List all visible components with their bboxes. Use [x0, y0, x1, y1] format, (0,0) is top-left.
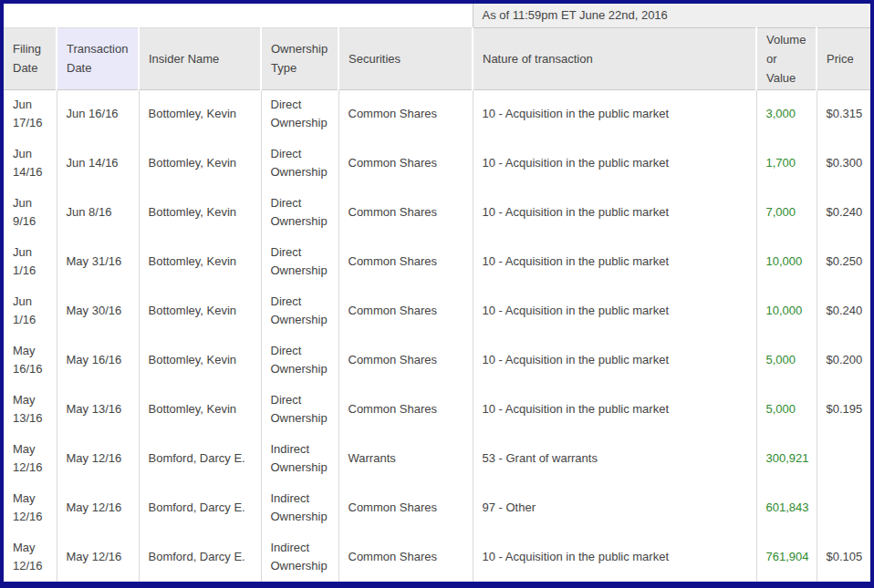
cell-filing-date: May 12/16 [4, 483, 57, 532]
table-row: Jun 17/16Jun 16/16Bottomley, KevinDirect… [4, 89, 870, 139]
cell-price: $0.200 [817, 335, 870, 385]
top-bar-spacer [4, 4, 473, 27]
cell-nature: 10 - Acquisition in the public market [473, 385, 756, 434]
cell-volume: 10,000 [756, 286, 817, 335]
cell-filing-date: May 16/16 [4, 335, 57, 385]
cell-nature: 10 - Acquisition in the public market [473, 532, 756, 582]
cell-nature: 97 - Other [473, 483, 756, 532]
cell-transaction-date: May 12/16 [57, 483, 139, 532]
cell-securities: Common Shares [338, 89, 473, 139]
cell-ownership-type: Direct Ownership [261, 89, 338, 139]
insider-transactions-table: As of 11:59pm ET June 22nd, 2016 Filing … [4, 4, 870, 582]
column-header-price[interactable]: Price [817, 27, 870, 89]
cell-filing-date: Jun 1/16 [4, 237, 57, 286]
table-row: May 12/16May 12/16Bomford, Darcy E.Indir… [4, 483, 870, 532]
cell-insider-name: Bomford, Darcy E. [139, 532, 261, 582]
cell-securities: Common Shares [338, 385, 473, 434]
table-row: Jun 14/16Jun 14/16Bottomley, KevinDirect… [4, 139, 870, 188]
column-header-insider-name[interactable]: Insider Name [139, 27, 261, 89]
cell-securities: Warrants [338, 434, 473, 483]
cell-transaction-date: May 12/16 [57, 434, 139, 483]
as-of-timestamp: As of 11:59pm ET June 22nd, 2016 [473, 4, 870, 27]
cell-securities: Common Shares [338, 483, 473, 532]
cell-price [817, 483, 870, 532]
table-row: May 13/16May 13/16Bottomley, KevinDirect… [4, 385, 870, 434]
cell-nature: 10 - Acquisition in the public market [473, 237, 756, 286]
cell-price: $0.315 [817, 89, 870, 139]
cell-filing-date: Jun 14/16 [4, 139, 57, 188]
cell-securities: Common Shares [338, 139, 473, 188]
table-row: Jun 1/16May 30/16Bottomley, KevinDirect … [4, 286, 870, 335]
cell-volume: 300,921 [756, 434, 817, 483]
cell-insider-name: Bottomley, Kevin [139, 335, 261, 385]
cell-price: $0.105 [817, 532, 870, 582]
cell-insider-name: Bottomley, Kevin [139, 139, 261, 188]
cell-filing-date: Jun 1/16 [4, 286, 57, 335]
cell-volume: 1,700 [756, 139, 817, 188]
column-header-volume[interactable]: Volume or Value [756, 27, 817, 89]
cell-insider-name: Bomford, Darcy E. [139, 434, 261, 483]
cell-filing-date: May 13/16 [4, 385, 57, 434]
cell-insider-name: Bottomley, Kevin [139, 385, 261, 434]
cell-nature: 10 - Acquisition in the public market [473, 89, 756, 139]
cell-ownership-type: Direct Ownership [261, 237, 338, 286]
cell-nature: 10 - Acquisition in the public market [473, 188, 756, 237]
cell-volume: 10,000 [756, 237, 817, 286]
cell-transaction-date: May 13/16 [57, 385, 139, 434]
cell-volume: 7,000 [756, 188, 817, 237]
cell-insider-name: Bomford, Darcy E. [139, 483, 261, 532]
cell-insider-name: Bottomley, Kevin [139, 188, 261, 237]
cell-transaction-date: May 16/16 [57, 335, 139, 385]
cell-transaction-date: Jun 8/16 [57, 188, 139, 237]
column-header-ownership-type[interactable]: Ownership Type [261, 27, 338, 89]
cell-securities: Common Shares [338, 237, 473, 286]
column-header-securities[interactable]: Securities [338, 27, 473, 89]
cell-nature: 53 - Grant of warrants [473, 434, 756, 483]
cell-price: $0.250 [817, 237, 870, 286]
cell-nature: 10 - Acquisition in the public market [473, 286, 756, 335]
cell-securities: Common Shares [338, 335, 473, 385]
cell-volume: 5,000 [756, 385, 817, 434]
cell-price: $0.240 [817, 188, 870, 237]
cell-volume: 3,000 [756, 89, 817, 139]
cell-nature: 10 - Acquisition in the public market [473, 335, 756, 385]
cell-ownership-type: Direct Ownership [261, 335, 338, 385]
cell-filing-date: May 12/16 [4, 532, 57, 582]
cell-ownership-type: Direct Ownership [261, 286, 338, 335]
cell-price [817, 434, 870, 483]
column-header-nature[interactable]: Nature of transaction [473, 27, 756, 89]
column-header-transaction-date[interactable]: Transaction Date [57, 27, 139, 89]
cell-ownership-type: Direct Ownership [261, 139, 338, 188]
cell-securities: Common Shares [338, 188, 473, 237]
cell-volume: 761,904 [756, 532, 817, 582]
cell-filing-date: Jun 17/16 [4, 89, 57, 139]
cell-filing-date: Jun 9/16 [4, 188, 57, 237]
table-row: Jun 9/16Jun 8/16Bottomley, KevinDirect O… [4, 188, 870, 237]
cell-securities: Common Shares [338, 532, 473, 582]
table-row: May 16/16May 16/16Bottomley, KevinDirect… [4, 335, 870, 385]
table-row: May 12/16May 12/16Bomford, Darcy E.Indir… [4, 532, 870, 582]
cell-volume: 601,843 [756, 483, 817, 532]
cell-transaction-date: Jun 14/16 [57, 139, 139, 188]
table-row: May 12/16May 12/16Bomford, Darcy E.Indir… [4, 434, 870, 483]
cell-ownership-type: Indirect Ownership [261, 483, 338, 532]
table-header-row: Filing Date Transaction Date Insider Nam… [4, 27, 870, 89]
cell-ownership-type: Indirect Ownership [261, 434, 338, 483]
cell-transaction-date: May 30/16 [57, 286, 139, 335]
cell-transaction-date: May 12/16 [57, 532, 139, 582]
cell-price: $0.300 [817, 139, 870, 188]
top-bar: As of 11:59pm ET June 22nd, 2016 [4, 4, 870, 27]
cell-price: $0.195 [817, 385, 870, 434]
column-header-filing-date[interactable]: Filing Date [4, 27, 57, 89]
cell-insider-name: Bottomley, Kevin [139, 237, 261, 286]
insider-transactions-panel: As of 11:59pm ET June 22nd, 2016 Filing … [0, 0, 874, 588]
cell-nature: 10 - Acquisition in the public market [473, 139, 756, 188]
cell-insider-name: Bottomley, Kevin [139, 89, 261, 139]
cell-transaction-date: May 31/16 [57, 237, 139, 286]
cell-price: $0.240 [817, 286, 870, 335]
table-row: Jun 1/16May 31/16Bottomley, KevinDirect … [4, 237, 870, 286]
cell-insider-name: Bottomley, Kevin [139, 286, 261, 335]
cell-ownership-type: Direct Ownership [261, 385, 338, 434]
cell-volume: 5,000 [756, 335, 817, 385]
cell-securities: Common Shares [338, 286, 473, 335]
